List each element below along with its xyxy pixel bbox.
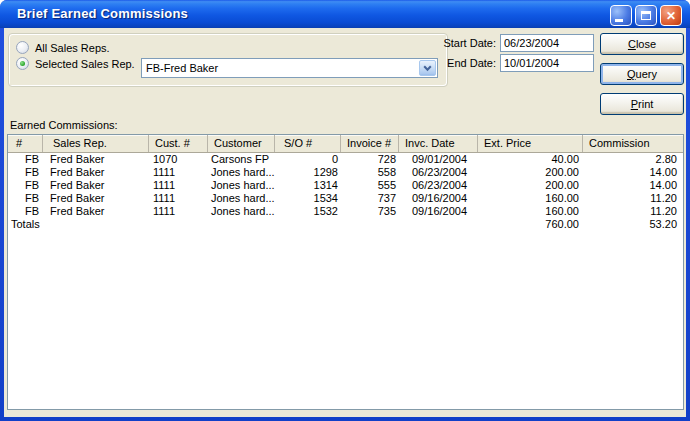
- title-bar[interactable]: Brief Earned Commissions ✕: [0, 0, 690, 28]
- table-cell: 1111: [149, 205, 208, 218]
- table-cell: 06/23/2004: [399, 166, 478, 179]
- column-header-so-number[interactable]: S/O #: [275, 135, 341, 152]
- table-cell: Jones hard...: [208, 205, 275, 218]
- earned-commissions-label: Earned Commissions:: [10, 119, 118, 131]
- table-row[interactable]: FB Fred Baker 1111 Jones hard... 1534 73…: [8, 192, 683, 205]
- table-cell: Jones hard...: [208, 192, 275, 205]
- table-cell: Fred Baker: [43, 179, 149, 192]
- close-window-button[interactable]: ✕: [660, 5, 682, 26]
- table-cell: 09/16/2004: [399, 205, 478, 218]
- start-date-input[interactable]: [500, 34, 594, 52]
- column-header-sales-rep[interactable]: Sales Rep.: [43, 135, 149, 152]
- minimize-button[interactable]: [610, 5, 632, 26]
- table-cell: 1070: [149, 153, 208, 166]
- table-cell: 14.00: [583, 179, 683, 192]
- totals-spacer: [43, 218, 478, 231]
- table-cell: 728: [341, 153, 399, 166]
- table-cell: FB: [8, 166, 43, 179]
- table-cell: 2.80: [583, 153, 683, 166]
- table-cell: 558: [341, 166, 399, 179]
- table-cell: FB: [8, 205, 43, 218]
- maximize-button[interactable]: [635, 5, 657, 26]
- maximize-icon: [641, 11, 651, 20]
- end-date-label: End Date:: [414, 57, 496, 69]
- brief-earned-commissions-dialog: Brief Earned Commissions ✕ All Sales Rep…: [0, 0, 690, 421]
- totals-ext-price: 760.00: [478, 218, 583, 231]
- table-cell: 737: [341, 192, 399, 205]
- radio-selected-sales-rep[interactable]: Selected Sales Rep.: [16, 57, 135, 70]
- table-cell: 1111: [149, 192, 208, 205]
- table-cell: Carsons FP: [208, 153, 275, 166]
- window-title: Brief Earned Commissions: [17, 6, 188, 21]
- radio-dot-icon: [20, 61, 25, 66]
- table-cell: 06/23/2004: [399, 179, 478, 192]
- table-cell: 735: [341, 205, 399, 218]
- table-cell: 160.00: [478, 192, 583, 205]
- sales-rep-dropdown[interactable]: FB-Fred Baker: [141, 58, 438, 78]
- table-cell: 200.00: [478, 166, 583, 179]
- start-date-label: Start Date:: [414, 37, 496, 49]
- table-cell: Jones hard...: [208, 179, 275, 192]
- print-button[interactable]: Print: [600, 93, 684, 115]
- column-header-commission[interactable]: Commission: [583, 135, 683, 152]
- totals-commission: 53.20: [583, 218, 683, 231]
- table-cell: Fred Baker: [43, 166, 149, 179]
- table-cell: FB: [8, 192, 43, 205]
- table-cell: Jones hard...: [208, 166, 275, 179]
- table-row[interactable]: FB Fred Baker 1111 Jones hard... 1532 73…: [8, 205, 683, 218]
- table-row[interactable]: FB Fred Baker 1111 Jones hard... 1314 55…: [8, 179, 683, 192]
- table-cell: 1532: [275, 205, 341, 218]
- table-cell: 0: [275, 153, 341, 166]
- table-row[interactable]: FB Fred Baker 1111 Jones hard... 1298 55…: [8, 166, 683, 179]
- commissions-list: # Sales Rep. Cust. # Customer S/O # Invo…: [7, 134, 684, 410]
- window-controls: ✕: [610, 5, 682, 26]
- column-header-number[interactable]: #: [8, 135, 43, 152]
- table-cell: 1111: [149, 179, 208, 192]
- column-header-customer[interactable]: Customer: [208, 135, 275, 152]
- table-cell: FB: [8, 179, 43, 192]
- table-cell: 14.00: [583, 166, 683, 179]
- table-cell: 09/01/2004: [399, 153, 478, 166]
- table-cell: 1111: [149, 166, 208, 179]
- table-cell: 11.20: [583, 205, 683, 218]
- list-header-row: # Sales Rep. Cust. # Customer S/O # Invo…: [8, 135, 683, 153]
- table-cell: 555: [341, 179, 399, 192]
- table-cell: Fred Baker: [43, 205, 149, 218]
- table-cell: 1314: [275, 179, 341, 192]
- totals-label: Totals: [8, 218, 43, 231]
- table-cell: FB: [8, 153, 43, 166]
- table-cell: 40.00: [478, 153, 583, 166]
- client-area: All Sales Reps. Selected Sales Rep. FB-F…: [4, 28, 686, 417]
- table-row[interactable]: FB Fred Baker 1070 Carsons FP 0 728 09/0…: [8, 153, 683, 166]
- column-header-ext-price[interactable]: Ext. Price: [478, 135, 583, 152]
- sales-rep-dropdown-value: FB-Fred Baker: [146, 62, 218, 74]
- radio-all-sales-reps-label: All Sales Reps.: [35, 42, 110, 54]
- column-header-cust-number[interactable]: Cust. #: [149, 135, 208, 152]
- close-button[interactable]: Close: [600, 33, 684, 55]
- minimize-icon: [615, 19, 623, 22]
- table-cell: 160.00: [478, 205, 583, 218]
- column-header-invoice-number[interactable]: Invoice #: [341, 135, 399, 152]
- table-cell: 11.20: [583, 192, 683, 205]
- table-cell: 1534: [275, 192, 341, 205]
- radio-selected-icon[interactable]: [16, 57, 29, 70]
- totals-row: Totals 760.00 53.20: [8, 218, 683, 231]
- table-cell: 200.00: [478, 179, 583, 192]
- table-cell: 1298: [275, 166, 341, 179]
- close-icon: ✕: [666, 10, 676, 22]
- table-cell: 09/16/2004: [399, 192, 478, 205]
- query-button[interactable]: Query: [600, 63, 684, 85]
- end-date-input[interactable]: [500, 54, 594, 72]
- radio-selected-sales-rep-label: Selected Sales Rep.: [35, 58, 135, 70]
- radio-unselected-icon[interactable]: [16, 41, 29, 54]
- table-cell: Fred Baker: [43, 192, 149, 205]
- column-header-invc-date[interactable]: Invc. Date: [399, 135, 478, 152]
- radio-all-sales-reps[interactable]: All Sales Reps.: [16, 41, 110, 54]
- table-cell: Fred Baker: [43, 153, 149, 166]
